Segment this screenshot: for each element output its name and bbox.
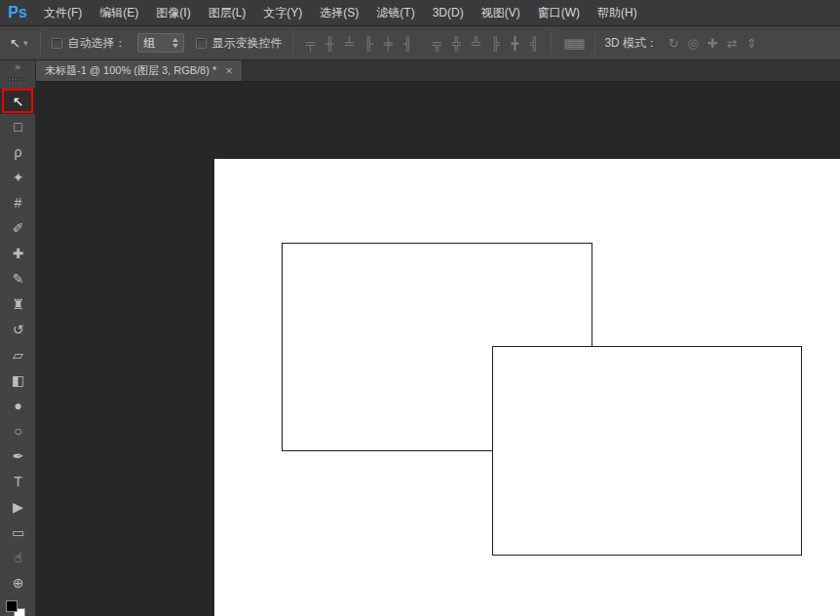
- collapse-panel-button[interactable]: »: [0, 60, 35, 74]
- menu-item-layer[interactable]: 图层(L): [200, 0, 255, 26]
- path-selection-tool[interactable]: ▶: [0, 494, 36, 520]
- zoom-tool[interactable]: ⊕: [0, 570, 36, 596]
- 3d-mode-buttons: ↻◎✚⇄⇕: [664, 32, 761, 54]
- crop-tool[interactable]: #: [0, 190, 36, 215]
- eyedropper-tool-icon: ✐: [13, 220, 24, 236]
- rectangular-marquee-tool-icon: □: [14, 119, 21, 135]
- distribute-vertical-centers-icon[interactable]: ╬: [446, 32, 466, 54]
- align-left-edges-icon[interactable]: ╟: [359, 32, 378, 54]
- layer-rectangle-2: [492, 346, 802, 556]
- align-horizontal-centers-icon[interactable]: ╪: [378, 32, 398, 54]
- path-selection-tool-icon: ▶: [13, 499, 23, 515]
- move-tool-icon: ↖: [10, 36, 20, 51]
- distribute-top-edges-icon[interactable]: ╦: [427, 32, 446, 54]
- separator: [292, 31, 293, 55]
- distribute-horizontal-centers-icon[interactable]: ╋: [505, 32, 524, 54]
- move-tool[interactable]: ↖: [0, 89, 36, 114]
- show-transform-checkbox[interactable]: [196, 38, 207, 49]
- options-bar: ↖ ▾ 自动选择： 组 显示变换控件 ╤╫╧╟╪╢╦╬╩╠╋╣ ▦▦ 3D 模式…: [0, 26, 840, 60]
- blur-tool[interactable]: ●: [0, 393, 36, 418]
- menu-item-3d[interactable]: 3D(D): [424, 0, 473, 26]
- dropdown-stepper-icon: [172, 38, 178, 48]
- document-tabs: 未标题-1 @ 100% (图层 3, RGB/8) *×: [36, 60, 840, 82]
- 3d-mode-label: 3D 模式：: [604, 35, 658, 52]
- distribute-right-edges-icon[interactable]: ╣: [524, 32, 544, 54]
- auto-select-label: 自动选择：: [67, 35, 126, 52]
- pen-tool[interactable]: ✒: [0, 443, 36, 469]
- clone-stamp-tool-icon: ♜: [12, 296, 24, 312]
- eraser-tool[interactable]: ▱: [0, 342, 36, 367]
- auto-select-target-dropdown[interactable]: 组: [137, 33, 184, 53]
- chevron-down-icon: ▾: [23, 38, 28, 48]
- quick-selection-tool[interactable]: ✦: [0, 165, 36, 190]
- menu-item-view[interactable]: 视图(V): [473, 0, 529, 26]
- separator: [594, 31, 595, 55]
- color-swatches[interactable]: [6, 600, 29, 616]
- menu-item-help[interactable]: 帮助(H): [589, 0, 646, 26]
- zoom-tool-icon: ⊕: [13, 575, 24, 591]
- auto-select-option[interactable]: 自动选择：: [52, 35, 126, 52]
- photoshop-logo: Ps: [0, 4, 35, 21]
- auto-align-layers-icon[interactable]: ▦▦: [558, 32, 588, 54]
- menu-item-window[interactable]: 窗口(W): [529, 0, 589, 26]
- align-vertical-centers-icon[interactable]: ╫: [320, 32, 339, 54]
- history-brush-tool[interactable]: ↺: [0, 317, 36, 342]
- type-tool-icon: T: [14, 474, 22, 489]
- menu-item-filter[interactable]: 滤镜(T): [367, 0, 423, 26]
- alignment-buttons: ╤╫╧╟╪╢╦╬╩╠╋╣: [300, 32, 544, 54]
- dodge-tool-icon: ○: [14, 423, 21, 439]
- document-tab[interactable]: 未标题-1 @ 100% (图层 3, RGB/8) *×: [36, 60, 243, 81]
- move-tool-icon: ↖: [13, 94, 24, 109]
- foreground-color-swatch[interactable]: [6, 600, 18, 612]
- tools-panel: » ↖□ρ✦#✐✚✎♜↺▱◧●○✒T▶▭☝⊕: [0, 60, 36, 616]
- menu-item-image[interactable]: 图像(I): [147, 0, 199, 26]
- tool-preset-picker[interactable]: ↖ ▾: [0, 31, 33, 55]
- show-transform-label: 显示变换控件: [211, 35, 282, 52]
- menu-item-type[interactable]: 文字(Y): [254, 0, 311, 26]
- rectangle-tool[interactable]: ▭: [0, 520, 36, 545]
- tab-title: 未标题-1 @ 100% (图层 3, RGB/8) *: [45, 63, 216, 78]
- menu-items: 文件(F)编辑(E)图像(I)图层(L)文字(Y)选择(S)滤镜(T)3D(D)…: [35, 0, 646, 26]
- menu-item-edit[interactable]: 编辑(E): [91, 0, 147, 26]
- align-top-edges-icon[interactable]: ╤: [300, 32, 320, 54]
- eyedropper-tool[interactable]: ✐: [0, 215, 36, 241]
- 3d-scale-icon[interactable]: ⇕: [742, 32, 761, 54]
- distribute-left-edges-icon[interactable]: ╠: [485, 32, 505, 54]
- history-brush-tool-icon: ↺: [13, 322, 24, 337]
- menu-item-select[interactable]: 选择(S): [311, 0, 367, 26]
- hand-tool[interactable]: ☝: [0, 545, 36, 570]
- menu-bar: Ps 文件(F)编辑(E)图像(I)图层(L)文字(Y)选择(S)滤镜(T)3D…: [0, 0, 840, 26]
- quick-selection-tool-icon: ✦: [13, 170, 24, 185]
- menu-item-file[interactable]: 文件(F): [35, 0, 91, 26]
- blur-tool-icon: ●: [14, 398, 21, 413]
- 3d-orbit-icon[interactable]: ↻: [664, 32, 683, 54]
- 3d-pan-icon[interactable]: ✚: [703, 32, 722, 54]
- spot-healing-brush-tool[interactable]: ✚: [0, 241, 36, 266]
- pen-tool-icon: ✒: [13, 448, 24, 464]
- photoshop-window: Ps 文件(F)编辑(E)图像(I)图层(L)文字(Y)选择(S)滤镜(T)3D…: [0, 0, 840, 616]
- annotation-highlight-box: [2, 89, 33, 113]
- rectangle-tool-icon: ▭: [12, 524, 24, 540]
- dodge-tool[interactable]: ○: [0, 418, 36, 443]
- align-right-edges-icon[interactable]: ╢: [398, 32, 417, 54]
- rectangular-marquee-tool[interactable]: □: [0, 114, 36, 139]
- canvas-area: [36, 82, 840, 616]
- 3d-slide-icon[interactable]: ⇄: [722, 32, 742, 54]
- brush-tool-icon: ✎: [13, 271, 24, 287]
- lasso-tool[interactable]: ρ: [0, 139, 36, 165]
- gradient-tool[interactable]: ◧: [0, 367, 36, 393]
- align-bottom-edges-icon[interactable]: ╧: [339, 32, 359, 54]
- brush-tool[interactable]: ✎: [0, 266, 36, 291]
- show-transform-option[interactable]: 显示变换控件: [196, 35, 282, 52]
- 3d-roll-icon[interactable]: ◎: [683, 32, 703, 54]
- lasso-tool-icon: ρ: [15, 144, 22, 160]
- separator: [551, 31, 552, 55]
- close-icon[interactable]: ×: [225, 64, 233, 77]
- distribute-bottom-edges-icon[interactable]: ╩: [466, 32, 485, 54]
- auto-select-checkbox[interactable]: [52, 38, 62, 49]
- eraser-tool-icon: ▱: [13, 347, 23, 363]
- document-canvas[interactable]: [214, 159, 840, 616]
- gradient-tool-icon: ◧: [12, 372, 24, 388]
- clone-stamp-tool[interactable]: ♜: [0, 291, 36, 317]
- type-tool[interactable]: T: [0, 469, 36, 494]
